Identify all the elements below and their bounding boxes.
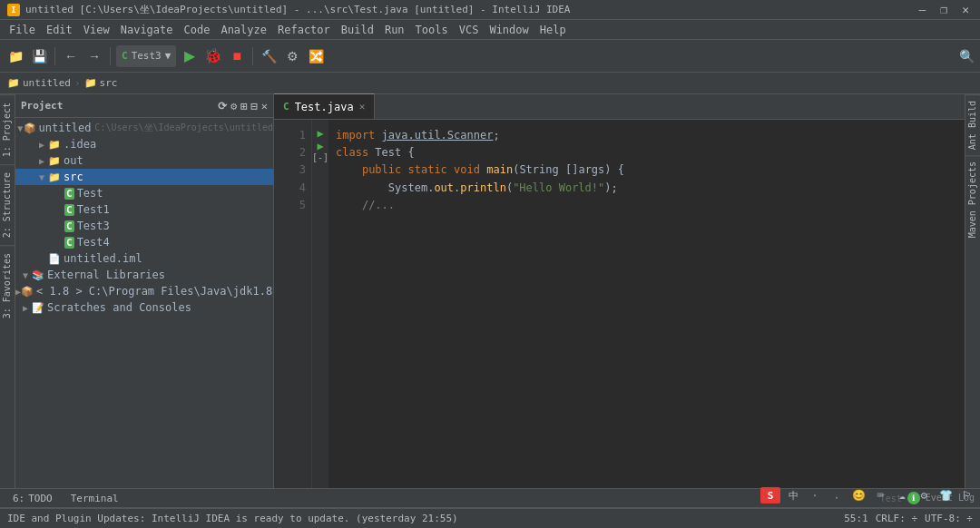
tree-test3-file[interactable]: C Test3: [15, 218, 273, 234]
flag-tray[interactable]: 🏳: [958, 486, 976, 504]
ant-build-vtab[interactable]: Ant Build: [965, 94, 980, 155]
project-tree: ▼ 📦 untitled C:\Users\坐\IdeaProjects\unt…: [15, 118, 273, 488]
expand-arrow: ▶: [35, 140, 48, 150]
menu-item-code[interactable]: Code: [179, 22, 216, 38]
settings-button[interactable]: ⚙: [282, 46, 302, 66]
breadcrumb-src-name: src: [100, 77, 118, 89]
gutter-line3[interactable]: ▶: [312, 140, 328, 152]
dot-tray[interactable]: ·: [806, 486, 824, 504]
tree-idea-name: .idea: [64, 138, 96, 151]
ime-tray-icon[interactable]: 中: [784, 486, 802, 504]
build-button[interactable]: 🔨: [259, 46, 279, 66]
code-line-1: import java.util.Scanner;: [336, 127, 957, 144]
gear-icon[interactable]: ⚙: [230, 100, 237, 112]
debug-button[interactable]: 🐞: [203, 46, 223, 66]
run-button[interactable]: ▶: [180, 46, 200, 66]
menu-item-file[interactable]: File: [4, 22, 41, 38]
sougou-tray-icon[interactable]: S: [760, 487, 780, 504]
tree-test4-file[interactable]: C Test4: [15, 234, 273, 250]
tree-test-file[interactable]: C Test: [15, 185, 273, 201]
tree-root-name: untitled: [39, 122, 92, 134]
charset[interactable]: UTF-8: ÷: [925, 513, 973, 524]
menu-item-analyze[interactable]: Analyze: [215, 22, 272, 38]
folder-icon: 📁: [48, 171, 61, 183]
back-button[interactable]: ←: [61, 46, 81, 66]
menu-item-refactor[interactable]: Refactor: [272, 22, 336, 38]
close-button[interactable]: ✕: [958, 3, 973, 16]
gutter-line2[interactable]: ▶: [312, 127, 328, 140]
save-button[interactable]: 💾: [29, 46, 49, 66]
run-config-selector[interactable]: C Test3 ▼: [116, 45, 176, 67]
code-line-3: public static void main(String []args) {: [336, 161, 957, 179]
todo-tab[interactable]: 6: TODO: [5, 491, 60, 506]
breadcrumb-project[interactable]: 📁 untitled: [7, 77, 71, 89]
comma-tray[interactable]: ，: [828, 486, 846, 504]
shirt-tray[interactable]: 👕: [936, 486, 955, 504]
tree-out-folder[interactable]: ▶ 📁 out: [15, 152, 273, 169]
breadcrumb: 📁 untitled › 📁 src: [0, 73, 980, 94]
menu-item-help[interactable]: Help: [534, 22, 572, 38]
structure-vtab[interactable]: 2: Structure: [0, 164, 15, 245]
tree-jdk[interactable]: ▶ 📦 < 1.8 > C:\Program Files\Java\jdk1.8…: [15, 283, 273, 299]
folder-icon: 📁: [48, 139, 61, 151]
favorites-vtab[interactable]: 3: Favorites: [0, 245, 15, 326]
breadcrumb-project-name: untitled: [23, 77, 71, 89]
menu-item-tools[interactable]: Tools: [410, 22, 454, 38]
tree-test1-file[interactable]: C Test1: [15, 201, 273, 218]
tree-root-untitled[interactable]: ▼ 📦 untitled C:\Users\坐\IdeaProjects\unt…: [15, 120, 273, 136]
settings-tray[interactable]: ⚙: [915, 486, 933, 504]
code-line-4: System.out.println("Hello World!");: [336, 180, 957, 197]
run-marker-2[interactable]: ▶: [317, 127, 323, 140]
menu-item-run[interactable]: Run: [379, 22, 410, 38]
tree-scratches[interactable]: ▶ 📝 Scratches and Consoles: [15, 299, 273, 316]
breadcrumb-sep1: ›: [74, 77, 81, 89]
tree-test3-name: Test3: [77, 220, 110, 232]
tree-out-name: out: [64, 154, 83, 167]
editor-tab-testjava[interactable]: C Test.java ✕: [274, 93, 375, 119]
tree-ext-libs[interactable]: ▼ 📚 External Libraries: [15, 267, 273, 283]
forward-button[interactable]: →: [84, 46, 104, 66]
cloud-tray[interactable]: ☁: [893, 486, 911, 504]
expand-arrow: ▶: [35, 156, 48, 166]
left-vertical-tabs: 1: Project 2: Structure 3: Favorites: [0, 94, 15, 488]
search-button[interactable]: 🔍: [959, 49, 975, 64]
expand-icon[interactable]: ⊞: [240, 100, 247, 112]
emoji-tray[interactable]: 😊: [849, 486, 867, 504]
run-marker-3[interactable]: ▶: [317, 140, 323, 152]
menu-item-edit[interactable]: Edit: [41, 22, 78, 38]
toolbar-sep1: [54, 47, 55, 65]
breadcrumb-src[interactable]: 📁 src: [84, 77, 118, 89]
open-button[interactable]: 📁: [5, 46, 25, 66]
collapse-icon[interactable]: ⊟: [251, 100, 258, 112]
menu-item-build[interactable]: Build: [336, 22, 379, 38]
terminal-tab[interactable]: Terminal: [64, 491, 126, 506]
tab-java-icon: C: [283, 101, 289, 112]
code-content[interactable]: import java.util.Scanner; class Test { p…: [328, 120, 965, 488]
menu-item-window[interactable]: Window: [484, 22, 534, 38]
menu-item-vcs[interactable]: VCS: [454, 22, 485, 38]
tab-close-button[interactable]: ✕: [359, 101, 366, 112]
hide-icon[interactable]: ✕: [261, 100, 268, 112]
tree-src-folder[interactable]: ▼ 📁 src: [15, 169, 273, 185]
vcs-button[interactable]: 🔀: [306, 46, 326, 66]
gutter-line5: [-]: [312, 152, 328, 162]
terminal-label: Terminal: [71, 493, 119, 504]
todo-number: 6:: [13, 493, 24, 504]
editor-tabs: C Test.java ✕: [274, 94, 965, 120]
project-vtab[interactable]: 1: Project: [0, 94, 15, 164]
tree-idea-folder[interactable]: ▶ 📁 .idea: [15, 136, 273, 152]
menu-item-navigate[interactable]: Navigate: [115, 22, 179, 38]
kb-tray[interactable]: ⌨: [871, 486, 889, 504]
tree-iml-file[interactable]: 📄 untitled.iml: [15, 250, 273, 267]
stop-button[interactable]: ■: [227, 46, 247, 66]
maximize-button[interactable]: ❐: [936, 3, 951, 16]
fold-button-5[interactable]: [-]: [312, 152, 328, 162]
menu-item-view[interactable]: View: [78, 22, 115, 38]
java-icon: C: [64, 188, 74, 200]
maven-vtab[interactable]: Maven Projects: [965, 155, 980, 243]
title-text: untitled [C:\Users\坐\IdeaProjects\untitl…: [25, 3, 570, 16]
line-ending[interactable]: CRLF: ÷: [876, 513, 917, 524]
minimize-button[interactable]: —: [916, 3, 930, 16]
sync-icon[interactable]: ⟳: [218, 100, 227, 112]
cursor-position[interactable]: 55:1: [844, 513, 868, 524]
